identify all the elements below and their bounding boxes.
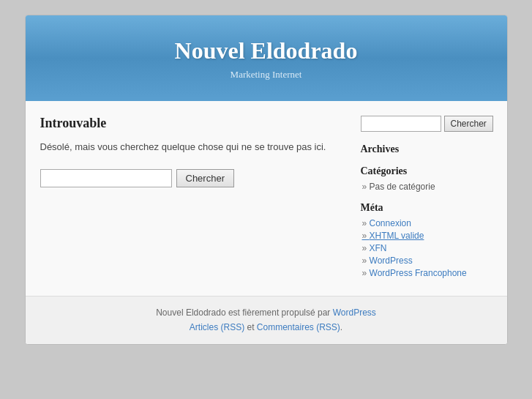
sidebar-meta-section: Méta Connexion XHTML valide XFN WordPres… [361, 202, 492, 278]
meta-title: Méta [361, 202, 492, 214]
footer-period: . [340, 322, 342, 332]
not-found-text: Désolé, mais vous cherchez quelque chose… [40, 140, 346, 154]
footer-et: et [244, 322, 257, 332]
sidebar-archives-section: Archives [361, 143, 492, 155]
archives-title: Archives [361, 143, 492, 155]
category-item-no-category: Pas de catégorie [361, 182, 492, 192]
site-title: Nouvel Eldodrado [40, 37, 492, 64]
meta-link-connexion[interactable]: Connexion [361, 218, 492, 228]
categories-title: Catégories [361, 165, 492, 177]
footer-articles-rss-link[interactable]: Articles (RSS) [190, 322, 244, 332]
sidebar-categories-section: Catégories Pas de catégorie [361, 165, 492, 192]
content-area: Introuvable Désolé, mais vous cherchez q… [26, 101, 507, 296]
site-footer: Nouvel Eldodrado est fièrement propulsé … [26, 296, 507, 344]
meta-link-wordpress[interactable]: WordPress [361, 256, 492, 266]
site-header: Nouvel Eldodrado Marketing Internet [26, 15, 507, 101]
footer-line1: Nouvel Eldodrado est fièrement propulsé … [40, 305, 492, 320]
page-wrapper: Nouvel Eldodrado Marketing Internet Intr… [25, 15, 508, 345]
meta-link-wordpress-francophone[interactable]: WordPress Francophone [361, 268, 492, 278]
sidebar-search-button[interactable]: Chercher [444, 116, 493, 132]
sidebar: Chercher Archives Catégories Pas de caté… [361, 116, 492, 288]
main-search-button[interactable]: Chercher [176, 169, 234, 187]
meta-link-xfn[interactable]: XFN [361, 243, 492, 253]
site-tagline: Marketing Internet [40, 69, 492, 81]
sidebar-search-form: Chercher [361, 116, 492, 132]
main-search-input[interactable] [40, 169, 172, 187]
sidebar-search-input[interactable] [361, 116, 441, 132]
main-content: Introuvable Désolé, mais vous cherchez q… [40, 116, 346, 288]
meta-link-xhtml[interactable]: XHTML valide [361, 231, 492, 241]
footer-commentaires-rss-link[interactable]: Commentaires (RSS) [257, 322, 340, 332]
footer-line2: Articles (RSS) et Commentaires (RSS). [40, 320, 492, 335]
footer-text-before: Nouvel Eldodrado est fièrement propulsé … [156, 307, 332, 318]
page-heading: Introuvable [40, 116, 346, 131]
footer-wordpress-link[interactable]: WordPress [333, 307, 376, 318]
main-search-form: Chercher [40, 169, 346, 187]
